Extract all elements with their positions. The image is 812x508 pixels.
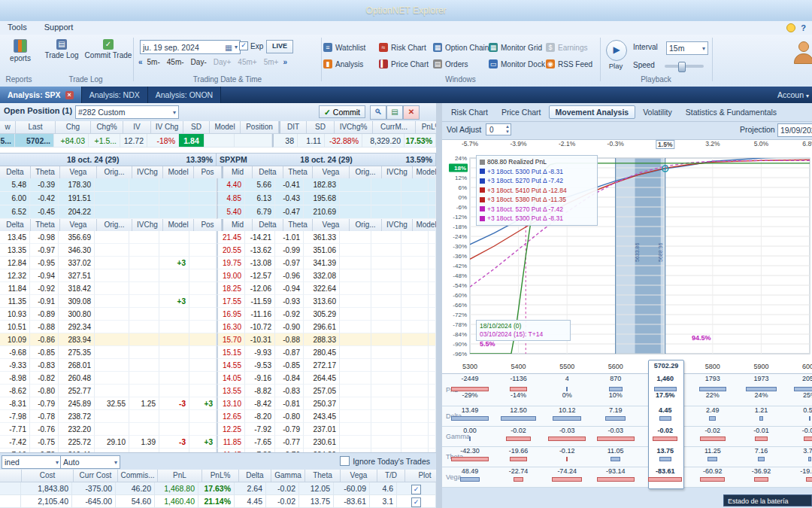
reports-button[interactable]: eports	[2, 39, 39, 62]
exp-checkbox[interactable]: ✓ Exp	[239, 41, 263, 50]
chain-row[interactable]: 10.93-0.89300.8016.95-11.16-0.92305.29	[0, 308, 436, 321]
time-step-5m-[interactable]: 5m-	[145, 58, 162, 66]
chain-header-cell: Theta	[31, 166, 60, 179]
time-step-45m+[interactable]: 45m+	[235, 58, 259, 66]
plot-checkbox-icon[interactable]: ✓	[411, 485, 421, 494]
speed-slider-thumb[interactable]	[678, 62, 686, 72]
totals-row[interactable]: 2,105.40-645.0054.601,460.4021.14%4.45-0…	[0, 495, 436, 508]
ignore-trades-checkbox[interactable]: Ignore Today's Trades	[340, 456, 430, 466]
export-icon[interactable]: ▤	[386, 105, 403, 120]
chain-row[interactable]: 13.45-0.98356.6921.45-14.21-1.01361.33	[0, 231, 436, 244]
greeks-cell: 10.12	[545, 406, 589, 425]
window-toggle-earnings[interactable]: $Earnings	[546, 41, 587, 54]
position-panel: Open Position (1) #282 Custom ▾ ✓ Commit…	[0, 103, 437, 508]
play-button[interactable]: ▶	[606, 40, 627, 61]
panel-splitter[interactable]	[436, 103, 442, 508]
risk-chart[interactable]: 5633.865688.3624%18%12%6%0%-6%-12%-18%-2…	[442, 139, 812, 374]
chain-row[interactable]: -9.33-0.83268.0114.55-9.53-0.85272.17	[0, 359, 436, 372]
window-toggle-rss-feed[interactable]: ◉RSS Feed	[546, 57, 592, 71]
expiration-header-left[interactable]: 18 oct. 24 (29)13.39%	[0, 153, 217, 166]
chain-cell	[429, 359, 436, 372]
check-icon: ✓	[324, 108, 331, 117]
chain-row[interactable]: 11.35-0.91309.08+317.55-11.59-0.93313.60	[0, 295, 436, 308]
strategy-select[interactable]: #282 Custom ▾	[75, 105, 179, 119]
account-person-icon[interactable]	[792, 41, 812, 71]
zoom-icon[interactable]: 🔍︎	[370, 105, 386, 120]
chain-row[interactable]: -8.98-0.82260.4814.05-9.16-0.84264.45	[0, 372, 436, 385]
date-picker[interactable]: ju. 19 sep. 2024 ▦ ▾	[140, 40, 241, 54]
help-icon[interactable]: ?	[801, 23, 806, 32]
window-toggle-orders[interactable]: ▤Orders	[433, 57, 468, 71]
nav-forward-icon[interactable]: »	[283, 58, 287, 66]
chain-row[interactable]: 5.48-0.39178.304.405.66-0.41182.83	[0, 178, 436, 192]
trade-log-button[interactable]: ▤ Trade Log	[41, 39, 83, 59]
chain-row[interactable]: 6.00-0.42191.514.856.13-0.43195.68	[0, 192, 436, 205]
tip-bulb-icon[interactable]	[786, 23, 795, 32]
menu-support[interactable]: Support	[37, 21, 81, 32]
chain-header-cell: IVChg	[132, 166, 163, 179]
time-step-45m-[interactable]: 45m-	[165, 58, 186, 66]
time-step-5m+[interactable]: 5m+	[262, 58, 281, 66]
tab-risk-chart[interactable]: Risk Chart	[445, 106, 494, 118]
window-toggle-watchlist[interactable]: ≡Watchlist	[323, 41, 365, 54]
tab-analysis-onon[interactable]: Analysis: ONON	[148, 87, 221, 103]
totals-row[interactable]: 1,843.80-375.0046.201,468.8017.63%2.64-0…	[0, 482, 436, 495]
time-step-Day-[interactable]: Day-	[189, 58, 209, 66]
greeks-bar	[451, 416, 489, 421]
chain-row[interactable]: -9.68-0.85275.3515.15-9.93-0.87280.45	[0, 346, 436, 359]
chain-row[interactable]: 10.51-0.88292.3416.30-10.72-0.90296.61	[0, 321, 436, 333]
close-position-icon[interactable]: ✕	[403, 105, 420, 120]
chain-row[interactable]: -7.71-0.76232.2012.25-7.92-0.79237.01	[0, 423, 436, 436]
speed-slider[interactable]	[665, 65, 704, 68]
tab-close-icon[interactable]: ×	[65, 91, 74, 99]
window-toggle-risk-chart[interactable]: ≈Risk Chart	[379, 41, 426, 54]
interval-select[interactable]: 15m ▾	[666, 41, 708, 55]
tab-movement-analysis[interactable]: Movement Analysis	[549, 105, 636, 119]
time-step-Day+[interactable]: Day+	[211, 58, 234, 66]
analysis-icon: ▮	[323, 59, 332, 68]
nav-back-icon[interactable]: «	[138, 58, 143, 66]
chain-cell	[401, 359, 429, 372]
chain-cell	[371, 410, 401, 423]
commit-trade-button[interactable]: ✓ Commit Trade	[84, 39, 132, 59]
chain-row[interactable]: 10.09-0.86283.9415.70-10.31-0.88288.33	[0, 333, 436, 346]
chain-row[interactable]: -8.62-0.80252.7713.55-8.82-0.83257.05	[0, 385, 436, 397]
window-toggle-analysis[interactable]: ▮Analysis	[323, 57, 363, 71]
tab-statistics-fundamentals[interactable]: Statistics & Fundamentals	[680, 106, 783, 118]
legend-title-text: 808.80 Realized PnL	[487, 157, 547, 167]
chain-row[interactable]: 12.84-0.95337.02+319.75-13.08-0.97341.39	[0, 257, 436, 269]
tab-analysis-ndx[interactable]: Analysis: NDX	[82, 87, 148, 103]
live-button[interactable]: LIVE	[266, 40, 293, 53]
tab-price-chart[interactable]: Price Chart	[495, 106, 547, 118]
chain-row[interactable]: -8.31-0.79245.8932.551.25-3+313.10-8.42-…	[0, 397, 436, 410]
window-toggle-price-chart[interactable]: ▍Price Chart	[379, 57, 429, 71]
chain-cell	[129, 205, 159, 219]
greeks-bar	[746, 387, 776, 391]
window-toggle-monitor-grid[interactable]: ▦Monitor Grid	[489, 41, 542, 54]
window-toggle-option-chain[interactable]: ▦Option Chain	[433, 41, 489, 54]
commit-button[interactable]: ✓ Commit	[319, 105, 365, 118]
window-toggle-monitor-dock[interactable]: ▭Monitor Dock	[489, 57, 545, 71]
tab-analysis-spx[interactable]: Analysis: SPX×	[0, 87, 82, 103]
chain-cell	[340, 359, 371, 372]
ribbon-separator	[600, 38, 601, 81]
mode-select[interactable]: Auto ▾	[60, 455, 120, 469]
account-dropdown[interactable]: Accoun ▾	[777, 87, 809, 105]
projection-date-select[interactable]: 19/09/202	[777, 123, 812, 137]
chain-row[interactable]: 11.84-0.92318.4218.25-12.06-0.94322.64	[0, 282, 436, 295]
view-select[interactable]: ined ▾	[2, 455, 62, 469]
chain-cell	[340, 423, 371, 436]
chain-row[interactable]: 12.32-0.94327.5119.00-12.57-0.96332.08	[0, 269, 436, 282]
vol-adjust-spinner[interactable]: 0 ▲▼	[486, 123, 511, 135]
tab-volatility[interactable]: Volatility	[637, 106, 678, 118]
chain-row[interactable]: 6.52-0.45204.225.406.79-0.47210.69	[0, 205, 436, 219]
expiration-header-right[interactable]: SPXPM18 oct. 24 (29)13.59%	[217, 153, 436, 166]
spinner-arrows-icon[interactable]: ▲▼	[505, 124, 510, 135]
chain-row[interactable]: 13.35-0.97346.3020.55-13.62-0.99351.06	[0, 244, 436, 257]
chain-cell: -0.89	[30, 308, 59, 321]
chain-row[interactable]: -7.98-0.78238.7212.65-8.20-0.80243.45	[0, 410, 436, 423]
plot-checkbox-icon[interactable]: ✓	[411, 497, 421, 507]
chain-row[interactable]: -7.42-0.75225.7229.101.39-3+311.85-7.65-…	[0, 436, 436, 449]
menu-tools[interactable]: Tools	[0, 21, 35, 32]
greeks-bar	[648, 477, 682, 482]
